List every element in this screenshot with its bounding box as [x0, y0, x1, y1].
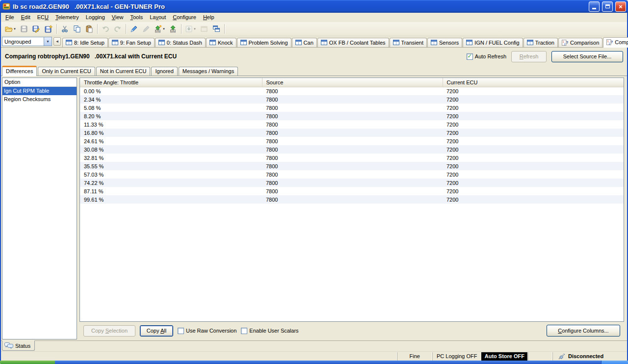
cell-source[interactable]: 7800: [262, 195, 443, 204]
combo-dropdown-button[interactable]: ▼: [44, 37, 52, 46]
highlight-alt-button[interactable]: [140, 23, 152, 35]
diff-table-row[interactable]: 74.22 % 7800 7200: [80, 179, 624, 187]
cell-source[interactable]: 7800: [262, 87, 443, 95]
menu-item[interactable]: Layout: [146, 13, 169, 22]
document-tab[interactable]: 12? Comparison: [603, 37, 628, 48]
document-tab[interactable]: 12? 8: Idle Setup: [62, 38, 108, 47]
open-button[interactable]: ▼: [3, 23, 18, 35]
menu-item[interactable]: Logging: [82, 13, 108, 22]
diff-table-row[interactable]: 32.81 % 7800 7200: [80, 154, 624, 162]
cell-throttle[interactable]: 35.55 %: [80, 162, 262, 170]
cell-current-ecu[interactable]: 7200: [443, 170, 624, 179]
cell-current-ecu[interactable]: 7200: [443, 154, 624, 162]
highlight-button[interactable]: [128, 23, 140, 35]
cell-source[interactable]: 7800: [262, 95, 443, 104]
window-layout-button[interactable]: [198, 23, 210, 35]
cell-source[interactable]: 7800: [262, 129, 443, 137]
refresh-button[interactable]: Refresh: [511, 51, 547, 62]
cell-throttle[interactable]: 99.61 %: [80, 195, 262, 204]
diff-table-row[interactable]: 2.34 % 7800 7200: [80, 95, 624, 104]
upload-cal-alt-button[interactable]: CAL: [167, 23, 179, 35]
cell-throttle[interactable]: 16.80 %: [80, 129, 262, 137]
cell-throttle[interactable]: 74.22 %: [80, 179, 262, 187]
option-list-item[interactable]: Ign Cut RPM Table: [2, 87, 77, 95]
upload-cal-button[interactable]: CAL ▼: [153, 23, 167, 35]
group-selector-combobox[interactable]: Ungrouped ▼: [2, 37, 52, 46]
diff-table-row[interactable]: 87.11 % 7800 7200: [80, 187, 624, 195]
document-tab[interactable]: 12? IGN / FUEL Config: [463, 38, 523, 47]
menu-item[interactable]: Telemetry: [52, 13, 82, 22]
redo-button[interactable]: [112, 23, 124, 35]
paste-button[interactable]: [83, 23, 95, 35]
cell-current-ecu[interactable]: 7200: [443, 95, 624, 104]
document-tab[interactable]: 12? 9: Fan Setup: [108, 38, 155, 47]
tab-scroll-left-button[interactable]: ◄: [53, 37, 61, 46]
cell-current-ecu[interactable]: 7200: [443, 112, 624, 120]
cell-throttle[interactable]: 30.08 %: [80, 145, 262, 154]
close-button[interactable]: ×: [615, 1, 626, 12]
cell-throttle[interactable]: 0.00 %: [80, 87, 262, 95]
save-new-button[interactable]: [43, 23, 54, 35]
cell-throttle[interactable]: 5.08 %: [80, 104, 262, 112]
diff-table-row[interactable]: 30.08 % 7800 7200: [80, 145, 624, 154]
document-tab[interactable]: 12? OX FB / Coolant Tables: [317, 38, 389, 47]
option-list-item[interactable]: Region Checksums: [2, 95, 77, 104]
diff-table-row[interactable]: 35.55 % 7800 7200: [80, 162, 624, 170]
use-raw-conversion-control[interactable]: Use Raw Conversion: [178, 328, 236, 334]
auto-refresh-control[interactable]: ✓ Auto Refresh: [467, 53, 506, 60]
save-as-button[interactable]: [30, 23, 42, 35]
cell-current-ecu[interactable]: 7200: [443, 187, 624, 195]
copy-all-button[interactable]: Copy All: [140, 325, 173, 337]
cell-current-ecu[interactable]: 7200: [443, 162, 624, 170]
cell-current-ecu[interactable]: 7200: [443, 104, 624, 112]
restore-button[interactable]: [602, 1, 613, 12]
undo-button[interactable]: [100, 23, 111, 35]
cell-source[interactable]: 7800: [262, 187, 443, 195]
cell-current-ecu[interactable]: 7200: [443, 129, 624, 137]
document-tab[interactable]: 12? Knock: [206, 38, 236, 47]
cell-throttle[interactable]: 87.11 %: [80, 187, 262, 195]
auto-refresh-checkbox[interactable]: ✓: [467, 53, 473, 60]
diff-table-row[interactable]: 0.00 % 7800 7200: [80, 87, 624, 95]
document-tab[interactable]: 12? Sensors: [427, 38, 462, 47]
diff-table-row[interactable]: 57.03 % 7800 7200: [80, 170, 624, 179]
view-tab[interactable]: Ignored: [151, 67, 177, 76]
cell-throttle[interactable]: 11.33 %: [80, 120, 262, 129]
cell-current-ecu[interactable]: 7200: [443, 120, 624, 129]
view-tab[interactable]: Messages / Warnings: [179, 67, 238, 76]
cell-current-ecu[interactable]: 7200: [443, 145, 624, 154]
status-panel-tab[interactable]: Status: [2, 340, 35, 351]
view-tab[interactable]: Differences: [2, 66, 37, 76]
cell-throttle[interactable]: 24.61 %: [80, 137, 262, 145]
view-tab[interactable]: Not in Current ECU: [96, 67, 151, 76]
diff-table-row[interactable]: 5.08 % 7800 7200: [80, 104, 624, 112]
copy-selection-button[interactable]: Copy Selection: [83, 325, 135, 337]
diff-table-row[interactable]: 24.61 % 7800 7200: [80, 137, 624, 145]
cell-throttle[interactable]: 32.81 %: [80, 154, 262, 162]
cell-current-ecu[interactable]: 7200: [443, 179, 624, 187]
cascade-windows-button[interactable]: [210, 23, 222, 35]
enable-user-scalars-checkbox[interactable]: [241, 328, 247, 334]
document-tab[interactable]: 12? Problem Solving: [237, 38, 291, 47]
enable-user-scalars-control[interactable]: Enable User Scalars: [241, 328, 298, 334]
document-tab[interactable]: 12? 0: Status Dash: [155, 38, 206, 47]
cell-source[interactable]: 7800: [262, 179, 443, 187]
cut-button[interactable]: [59, 23, 71, 35]
menu-item[interactable]: View: [108, 13, 127, 22]
cell-source[interactable]: 7800: [262, 170, 443, 179]
options-column-header[interactable]: Option: [2, 78, 77, 87]
cell-current-ecu[interactable]: 7200: [443, 87, 624, 95]
menu-item[interactable]: File: [2, 13, 18, 22]
start-button-edge[interactable]: [0, 361, 55, 364]
diff-table-row[interactable]: 99.61 % 7800 7200: [80, 195, 624, 204]
cell-throttle[interactable]: 57.03 %: [80, 170, 262, 179]
cell-throttle[interactable]: 8.20 %: [80, 112, 262, 120]
menu-item[interactable]: Configure: [169, 13, 200, 22]
diff-table-row[interactable]: 11.33 % 7800 7200: [80, 120, 624, 129]
document-tab[interactable]: 12? Can: [292, 38, 317, 47]
cell-source[interactable]: 7800: [262, 137, 443, 145]
select-source-file-button[interactable]: Select Source File...: [551, 51, 623, 62]
diff-table-row[interactable]: 16.80 % 7800 7200: [80, 129, 624, 137]
cell-current-ecu[interactable]: 7200: [443, 137, 624, 145]
cell-source[interactable]: 7800: [262, 145, 443, 154]
